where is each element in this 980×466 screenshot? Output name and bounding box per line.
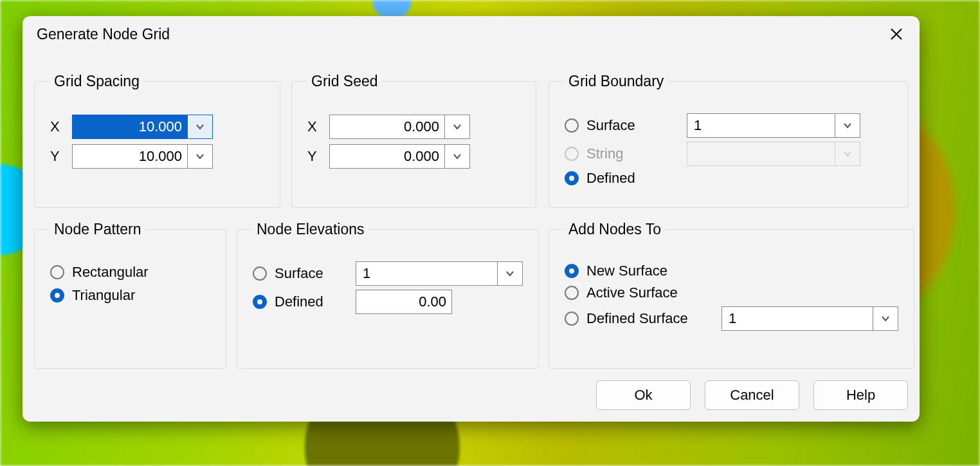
radio-pattern-rectangular[interactable]: Rectangular (50, 264, 210, 281)
combo-button (835, 142, 860, 166)
spacing-y-field (72, 144, 213, 169)
radio-dot-icon (50, 265, 64, 279)
radio-dot-icon (565, 312, 579, 326)
combo-addto-defined[interactable]: 1 (721, 306, 898, 331)
chevron-down-icon (881, 314, 890, 323)
legend-grid-boundary: Grid Boundary (565, 73, 667, 90)
legend-add-nodes-to: Add Nodes To (565, 221, 665, 238)
group-add-nodes-to: Add Nodes To New Surface Active Surface … (549, 221, 914, 369)
combo-button[interactable] (873, 306, 898, 331)
row-seed-y: Y (307, 144, 520, 169)
legend-grid-seed: Grid Seed (307, 73, 382, 90)
combo-value: 1 (356, 261, 498, 286)
label-seed-y: Y (307, 148, 329, 165)
close-icon (889, 27, 903, 41)
radio-boundary-surface[interactable]: Surface (565, 117, 674, 134)
radio-boundary-defined[interactable]: Defined (565, 170, 674, 187)
elev-defined-input[interactable] (356, 290, 452, 314)
combo-value: 1 (721, 306, 873, 331)
radio-label: Surface (275, 265, 323, 282)
radio-dot-icon (50, 288, 64, 303)
legend-node-elevations: Node Elevations (253, 221, 368, 238)
radio-dot-icon (253, 295, 267, 309)
radio-dot-icon (565, 171, 579, 185)
radio-elev-defined[interactable]: Defined (253, 294, 343, 310)
addto-row-active: Active Surface (565, 284, 898, 301)
group-node-pattern: Node Pattern Rectangular Triangular (34, 221, 226, 369)
radio-dot-icon (565, 118, 579, 133)
legend-node-pattern: Node Pattern (50, 221, 145, 238)
group-grid-boundary: Grid Boundary Surface 1 String (549, 73, 909, 208)
addto-row-defined: Defined Surface 1 (565, 306, 898, 331)
seed-y-field (329, 144, 470, 169)
radio-label: String (586, 145, 623, 162)
dialog-titlebar: Generate Node Grid (23, 16, 920, 50)
chevron-down-icon (843, 149, 852, 158)
cancel-button[interactable]: Cancel (705, 380, 799, 410)
elev-row-surface: Surface 1 (253, 261, 523, 286)
radio-label: New Surface (586, 263, 667, 279)
group-grid-seed: Grid Seed X Y (291, 73, 536, 208)
combo-value: 1 (687, 113, 835, 138)
radio-label: Surface (586, 117, 635, 134)
radio-label: Rectangular (72, 264, 149, 281)
radio-label: Active Surface (586, 284, 678, 301)
radio-elev-surface[interactable]: Surface (253, 265, 343, 282)
dialog-body: Grid Spacing X Y (34, 55, 908, 410)
combo-value (687, 142, 835, 166)
radio-addto-defined[interactable]: Defined Surface (565, 310, 706, 327)
row-seed-x: X (307, 115, 520, 139)
seed-y-stepper[interactable] (445, 144, 470, 169)
radio-pattern-triangular[interactable]: Triangular (50, 287, 210, 304)
chevron-down-icon (505, 269, 514, 278)
radio-label: Defined (275, 294, 323, 310)
elev-row-defined: Defined (253, 290, 523, 314)
seed-y-input[interactable] (329, 144, 445, 169)
combo-button[interactable] (835, 113, 860, 138)
boundary-row-defined: Defined (565, 170, 893, 187)
combo-boundary-string (687, 142, 860, 166)
radio-label: Defined (586, 170, 635, 187)
chevron-down-icon (195, 152, 204, 161)
generate-node-grid-dialog: Generate Node Grid Grid Spacing X Y (23, 16, 920, 422)
combo-button[interactable] (498, 261, 523, 286)
radio-label: Defined Surface (586, 310, 688, 327)
radio-dot-icon (253, 266, 267, 281)
spacing-y-input[interactable] (72, 144, 188, 169)
ok-button[interactable]: Ok (596, 380, 691, 410)
group-grid-spacing: Grid Spacing X Y (34, 73, 280, 208)
radio-addto-active[interactable]: Active Surface (565, 284, 706, 301)
boundary-row-string: String (565, 142, 893, 166)
row-spacing-x: X (50, 115, 264, 139)
combo-elev-surface[interactable]: 1 (356, 261, 523, 286)
radio-label: Triangular (72, 287, 135, 304)
spacing-x-stepper[interactable] (188, 115, 213, 139)
spacing-x-field (72, 115, 213, 139)
combo-boundary-surface[interactable]: 1 (687, 113, 860, 138)
close-button[interactable] (887, 25, 905, 43)
group-node-elevations: Node Elevations Surface 1 Defined (237, 221, 539, 369)
seed-x-field (329, 115, 470, 139)
radio-dot-icon (565, 264, 579, 278)
chevron-down-icon (843, 121, 852, 130)
chevron-down-icon (195, 122, 204, 131)
label-spacing-x: X (50, 118, 72, 135)
dialog-buttons: Ok Cancel Help (596, 380, 908, 410)
boundary-row-surface: Surface 1 (565, 113, 893, 138)
radio-addto-new[interactable]: New Surface (565, 263, 706, 279)
radio-boundary-string: String (565, 145, 674, 162)
dialog-title: Generate Node Grid (37, 26, 170, 43)
radio-dot-icon (565, 147, 579, 161)
radio-dot-icon (565, 286, 579, 300)
help-button[interactable]: Help (813, 380, 908, 410)
seed-x-stepper[interactable] (445, 115, 470, 139)
chevron-down-icon (453, 152, 462, 161)
row-spacing-y: Y (50, 144, 264, 169)
addto-row-new: New Surface (565, 263, 898, 279)
chevron-down-icon (453, 122, 462, 131)
seed-x-input[interactable] (329, 115, 445, 139)
spacing-x-input[interactable] (72, 115, 188, 139)
spacing-y-stepper[interactable] (188, 144, 213, 169)
legend-grid-spacing: Grid Spacing (50, 73, 143, 90)
label-spacing-y: Y (50, 148, 72, 165)
